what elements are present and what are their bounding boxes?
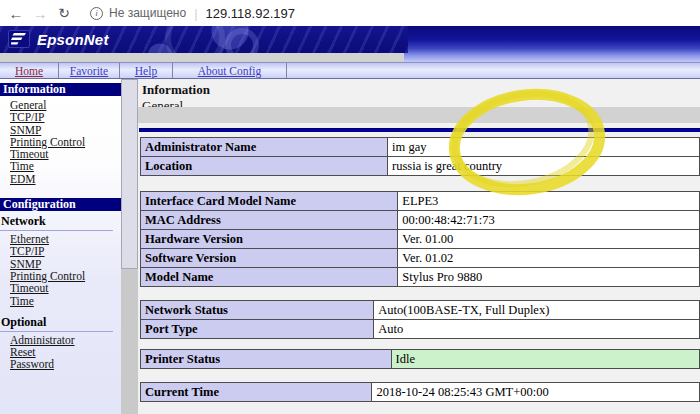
row-label: MAC Address <box>141 211 398 230</box>
sidebar-section-information: Information <box>0 83 121 96</box>
printer-status-value: Idle <box>391 350 699 369</box>
row-value: Ver. 01.00 <box>398 230 700 249</box>
address-url[interactable]: 129.118.92.197 <box>206 6 295 21</box>
scrollbar-thumb[interactable] <box>121 79 138 269</box>
tab-help[interactable]: Help <box>120 63 173 78</box>
back-icon[interactable]: ← <box>4 5 28 22</box>
tab-home-link[interactable]: Home <box>15 65 43 77</box>
sidebar-item-opt-administrator[interactable]: Administrator <box>10 334 121 346</box>
banner-decor-circle <box>225 28 259 53</box>
sidebar-menu: Information General TCP/IP SNMP Printing… <box>0 79 121 414</box>
sidebar-section-configuration: Configuration <box>0 198 121 211</box>
row-value: Stylus Pro 9880 <box>398 268 700 287</box>
banner-pattern: EpsonNet <box>0 26 408 53</box>
device-info-table: Interface Card Model Name ELPE3 MAC Addr… <box>140 191 700 287</box>
printer-status-table: Printer Status Idle <box>140 349 700 369</box>
sidebar-item-cfg-printing-control[interactable]: Printing Control <box>10 270 121 282</box>
table-row: MAC Address 00:00:48:42:71:73 <box>141 211 700 230</box>
table-row: Administrator Name im gay <box>141 138 700 157</box>
sidebar-item-cfg-timeout[interactable]: Timeout <box>10 282 121 294</box>
browser-toolbar: ← → ↻ i Не защищено | 129.118.92.197 <box>0 0 700 26</box>
table-row: Software Version Ver. 01.02 <box>141 249 700 268</box>
tab-about-config-link[interactable]: About Config <box>198 65 262 77</box>
tabrow-filler <box>287 63 700 78</box>
table-row: Network Status Auto(100BASE-TX, Full Dup… <box>141 301 700 320</box>
row-label: Model Name <box>141 268 398 287</box>
sidebar-item-opt-password[interactable]: Password <box>10 358 121 370</box>
sidebar-scrollbar[interactable] <box>121 79 138 414</box>
row-label: Current Time <box>141 383 372 402</box>
navy-divider-rule <box>139 128 700 132</box>
sidebar-item-info-timeout[interactable]: Timeout <box>10 148 121 160</box>
row-value: Ver. 01.02 <box>398 249 700 268</box>
forward-icon[interactable]: → <box>28 5 52 22</box>
site-security-info[interactable]: i Не защищено | 129.118.92.197 <box>90 6 295 21</box>
epsonnet-banner: EpsonNet <box>0 26 700 62</box>
sidebar-item-info-general[interactable]: General <box>10 99 121 111</box>
row-label: Interface Card Model Name <box>141 192 398 211</box>
tab-favorite[interactable]: Favorite <box>59 63 120 78</box>
epsonnet-logo: EpsonNet <box>8 30 109 48</box>
logo-wordmark: EpsonNet <box>37 31 109 48</box>
address-separator: | <box>194 6 197 21</box>
main-area: Information General TCP/IP SNMP Printing… <box>0 79 700 414</box>
title-separator-band <box>138 107 700 123</box>
table-row: Current Time 2018-10-24 08:25:43 GMT+00:… <box>141 383 700 402</box>
top-nav-tabs: Home Favorite Help About Config <box>0 62 700 79</box>
row-label: Port Type <box>141 320 374 339</box>
tab-home[interactable]: Home <box>0 63 59 78</box>
current-time-table: Current Time 2018-10-24 08:25:43 GMT+00:… <box>140 382 700 402</box>
content-section-title: Information <box>142 82 210 98</box>
row-value: 2018-10-24 08:25:43 GMT+00:00 <box>372 383 700 402</box>
row-value: russia is great country <box>388 157 700 176</box>
row-value: 00:00:48:42:71:73 <box>398 211 700 230</box>
admin-info-table: Administrator Name im gay Location russi… <box>140 137 700 176</box>
table-row: Hardware Version Ver. 01.00 <box>141 230 700 249</box>
row-label: Hardware Version <box>141 230 398 249</box>
tab-favorite-link[interactable]: Favorite <box>70 65 108 77</box>
row-value: Auto(100BASE-TX, Full Duplex) <box>374 301 700 320</box>
sidebar-item-info-tcpip[interactable]: TCP/IP <box>10 111 121 123</box>
reload-icon[interactable]: ↻ <box>52 5 76 21</box>
info-icon[interactable]: i <box>90 7 103 20</box>
row-value: im gay <box>388 138 700 157</box>
row-value: ELPE3 <box>398 192 700 211</box>
sidebar-item-info-edm[interactable]: EDM <box>10 173 121 185</box>
row-label: Network Status <box>141 301 374 320</box>
sidebar-item-opt-reset[interactable]: Reset <box>10 346 121 358</box>
security-label: Не защищено <box>109 6 186 20</box>
table-row: Model Name Stylus Pro 9880 <box>141 268 700 287</box>
row-label: Printer Status <box>141 350 392 369</box>
table-row: Location russia is great country <box>141 157 700 176</box>
table-row: Port Type Auto <box>141 320 700 339</box>
content-frame: Information General Administrator Name i… <box>138 79 700 414</box>
sidebar-divider <box>0 331 113 332</box>
table-row: Printer Status Idle <box>141 350 700 369</box>
sidebar-divider <box>0 230 113 231</box>
row-value: Auto <box>374 320 700 339</box>
row-label: Administrator Name <box>141 138 388 157</box>
row-label: Location <box>141 157 388 176</box>
sidebar-item-info-time[interactable]: Time <box>10 160 121 172</box>
banner-decor-circle <box>165 26 225 53</box>
tab-help-link[interactable]: Help <box>135 65 157 77</box>
table-row: Interface Card Model Name ELPE3 <box>141 192 700 211</box>
sidebar-subsection-network: Network <box>0 214 121 229</box>
sidebar-item-info-snmp[interactable]: SNMP <box>10 124 121 136</box>
sidebar-item-cfg-tcpip[interactable]: TCP/IP <box>10 245 121 257</box>
epson-logo-icon <box>8 30 30 48</box>
row-label: Software Version <box>141 249 398 268</box>
sidebar-item-cfg-time[interactable]: Time <box>10 295 121 307</box>
sidebar-item-cfg-ethernet[interactable]: Ethernet <box>10 233 121 245</box>
banner-gray-strip <box>0 53 404 62</box>
sidebar-subsection-optional: Optional <box>0 315 121 330</box>
tab-about-config[interactable]: About Config <box>173 63 287 78</box>
network-status-table: Network Status Auto(100BASE-TX, Full Dup… <box>140 300 700 339</box>
sidebar-item-info-printing-control[interactable]: Printing Control <box>10 136 121 148</box>
sidebar-item-cfg-snmp[interactable]: SNMP <box>10 258 121 270</box>
